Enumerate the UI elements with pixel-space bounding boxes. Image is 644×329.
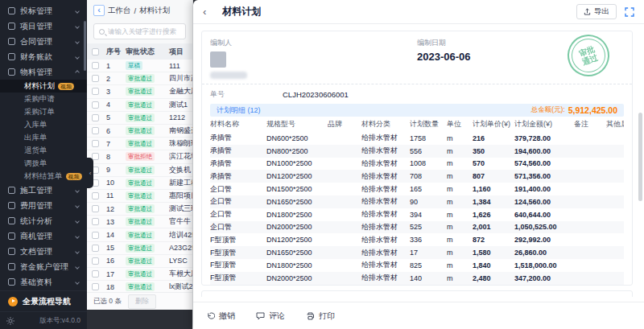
print-icon [306, 312, 315, 320]
row-status: 审批通过 [126, 282, 169, 291]
row-project: 新建工程-项 [169, 178, 192, 188]
detail-col-header: 计划单价(¥) [473, 119, 514, 130]
list-row[interactable]: 14 审批通过 培训425 [87, 228, 192, 241]
status-badge: 审批通过 [126, 191, 155, 200]
cell-spec: DN1800*2500 [266, 211, 328, 219]
sidebar-submenu-item[interactable]: 退货单 [0, 144, 87, 157]
undo-button[interactable]: 撤销 [206, 310, 235, 322]
row-checkbox[interactable] [92, 245, 99, 252]
row-project: 111 [169, 62, 192, 70]
list-row[interactable]: 13 审批通过 官牛牛 [87, 216, 192, 228]
remark-card: 备注 暂无备注 [201, 290, 633, 297]
list-row[interactable]: 17 审批通过 车根大厦 [87, 268, 192, 281]
list-row[interactable]: 16 审批通过 LYSC [87, 255, 192, 268]
row-project: 四川市政项 [169, 73, 192, 84]
row-checkbox[interactable] [92, 62, 99, 69]
detail-col-header: 备注 [574, 119, 606, 130]
row-checkbox[interactable] [92, 88, 99, 95]
sidebar-item-material-settlement[interactable]: 材料结算单 视频 [0, 170, 87, 183]
list-row[interactable]: 5 审批通过 1212 [87, 112, 192, 125]
cell-category: 给排水管材 [361, 235, 410, 245]
cell-unit: m [447, 185, 473, 193]
detail-back-icon[interactable]: ‹ [203, 6, 206, 18]
cell-unit: m [447, 198, 473, 206]
row-checkbox[interactable] [92, 218, 99, 225]
list-row[interactable]: 18 审批通过 lx测试2 [87, 281, 192, 292]
list-row[interactable]: 8 审批拒绝 滨江花城10 [87, 150, 192, 163]
list-row[interactable]: 2 审批通过 四川市政项 [87, 72, 192, 85]
sidebar-group-item[interactable]: 基础资料 [0, 274, 87, 290]
list-row[interactable]: 15 审批通过 A23G2511 [87, 242, 192, 255]
fullscreen-icon[interactable] [625, 7, 634, 17]
sidebar-scrollbar[interactable] [84, 21, 86, 71]
row-checkbox[interactable] [92, 205, 99, 212]
sidebar-group-item[interactable]: 投标管理 [0, 3, 87, 19]
status-badge: 审批通过 [126, 179, 155, 187]
row-checkbox[interactable] [92, 114, 99, 121]
detail-row: 承插管 DN1000*2500 给排水管材 1008 m 570 574,560… [210, 158, 624, 171]
sidebar-item-label: 采购申请 [24, 94, 55, 105]
row-checkbox[interactable] [92, 257, 99, 265]
back-button[interactable]: ‹ [93, 5, 105, 16]
row-checkbox[interactable] [92, 127, 99, 134]
list-row[interactable]: 3 审批通过 金融大厦采 [87, 85, 192, 98]
list-row[interactable]: 6 审批通过 南钢盛达大 [87, 125, 192, 138]
cell-price: 216 [473, 134, 514, 142]
breadcrumb-home[interactable]: 工作台 [108, 6, 131, 16]
row-status: 审批通过 [126, 257, 169, 265]
comment-button[interactable]: 评论 [256, 310, 285, 322]
sidebar-submenu-item[interactable]: 出库单 [0, 131, 87, 144]
sidebar-group-item[interactable]: 费用管理 [0, 198, 87, 213]
row-checkbox[interactable] [92, 101, 99, 109]
print-button[interactable]: 打印 [306, 310, 335, 322]
select-all-checkbox[interactable] [92, 48, 99, 56]
sidebar-group-item[interactable]: 合同管理 [0, 34, 87, 49]
row-status: 审批通过 [126, 87, 169, 96]
cell-name: 承插管 [210, 146, 266, 156]
sidebar-group-item[interactable]: 统计分析 [0, 213, 87, 228]
row-project: A23G2511 [169, 244, 192, 252]
list-row[interactable]: 11 审批通过 惠阳项目 [87, 190, 192, 203]
row-checkbox[interactable] [92, 283, 99, 290]
row-checkbox[interactable] [92, 232, 99, 239]
list-row[interactable]: 4 审批通过 测试1 [87, 99, 192, 112]
list-row[interactable]: 7 审批通过 珠穆朗玛峰 [87, 138, 192, 150]
list-row[interactable]: 12 审批通过 测试三环路 [87, 203, 192, 216]
sidebar-submenu-item[interactable]: 采购订单 [0, 105, 87, 118]
delete-button[interactable]: 删除 [128, 294, 156, 309]
status-badge: 草稿 [126, 61, 142, 70]
sidebar-group-label: 资金账户管理 [20, 261, 68, 273]
gear-icon[interactable] [6, 317, 14, 325]
cell-name: F型顶管 [210, 235, 266, 245]
detail-scrollbar[interactable] [638, 113, 642, 201]
sidebar-group-item[interactable]: 施工管理 [0, 183, 87, 198]
sidebar-group-item[interactable]: 物料管理 [0, 64, 87, 80]
cell-name: F型顶管 [210, 260, 266, 270]
sidebar-submenu-item[interactable]: 入库单 [0, 118, 87, 131]
cell-spec: DN800*2500 [266, 147, 328, 155]
sidebar-item-material-plan[interactable]: 材料计划 视频 [0, 80, 87, 93]
row-checkbox[interactable] [92, 192, 99, 199]
sidebar-group-item[interactable]: 项目管理 [0, 19, 87, 34]
sidebar-group-item[interactable]: 资金账户管理 [0, 259, 87, 274]
sidebar-submenu-item[interactable]: 调拨单 [0, 157, 87, 170]
export-button[interactable]: 导出 [576, 4, 617, 19]
cell-qty: 394 [410, 211, 447, 219]
cell-qty: 17 [410, 249, 447, 257]
cell-name: F型顶管 [210, 273, 266, 283]
sidebar-submenu-item[interactable]: 采购申请 [0, 93, 87, 105]
sidebar-group-item[interactable]: 商机管理 [0, 228, 87, 244]
list-row[interactable]: 9 审批通过 交换机 [87, 164, 192, 177]
search-input[interactable] [108, 27, 180, 35]
status-badge: 审批通过 [126, 139, 155, 148]
sidebar-group-item[interactable]: 财务账款 [0, 49, 87, 64]
list-row[interactable]: 1 草稿 111 [87, 60, 192, 72]
row-checkbox[interactable] [92, 270, 99, 278]
flow-navigation[interactable]: 全景流程导航 [0, 290, 87, 311]
detail-col-header: 计划金额(¥) [514, 119, 574, 130]
sidebar-collapse-handle[interactable]: ‹ [87, 158, 93, 188]
row-checkbox[interactable] [92, 140, 99, 147]
sidebar-group-item[interactable]: 文档管理 [0, 244, 87, 259]
list-row[interactable]: 10 审批通过 新建工程-项 [87, 177, 192, 190]
row-checkbox[interactable] [92, 75, 99, 82]
